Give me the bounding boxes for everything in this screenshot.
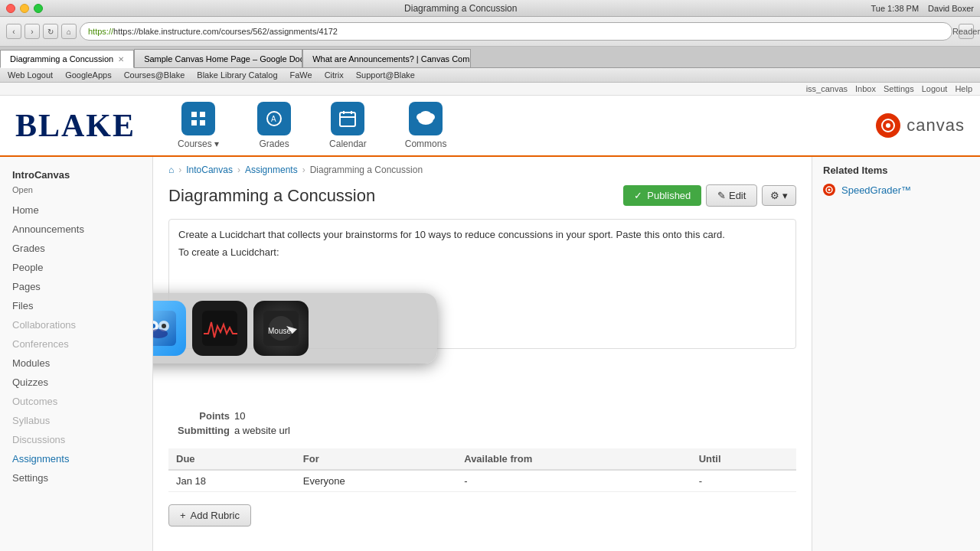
published-button[interactable]: ✓ Published bbox=[623, 185, 701, 206]
address-bar[interactable]: https:// https://blake.instructure.com/c… bbox=[80, 22, 952, 41]
canvas-logo-text: canvas bbox=[906, 116, 965, 135]
tab-diagramming[interactable]: Diagramming a Concussion ✕ bbox=[0, 50, 134, 68]
nav-icons: Courses ▾ A Grades Calendar Commons bbox=[158, 94, 876, 157]
sidebar-item-files[interactable]: Files bbox=[0, 296, 152, 315]
tab-canvas-home[interactable]: Sample Canvas Home Page – Google Docs ✕ bbox=[134, 49, 302, 67]
col-due: Due bbox=[168, 448, 296, 470]
breadcrumb-home-icon[interactable]: ⌂ bbox=[168, 165, 174, 175]
grades-icon: A bbox=[257, 102, 291, 135]
edit-button[interactable]: ✎ Edit bbox=[706, 184, 757, 207]
add-rubric-button[interactable]: + Add Rubric bbox=[168, 504, 251, 527]
traffic-lights[interactable] bbox=[6, 4, 43, 13]
breadcrumb-introcanvas[interactable]: IntoCanvas bbox=[186, 165, 233, 175]
reader-button[interactable]: Reader bbox=[959, 24, 974, 39]
commons-label: Commons bbox=[405, 139, 447, 149]
assignment-header: Diagramming a Concussion ✓ Published ✎ E… bbox=[168, 184, 796, 207]
header-actions: ✓ Published ✎ Edit ⚙ ▾ bbox=[623, 184, 796, 207]
minimize-btn[interactable] bbox=[20, 4, 29, 13]
dock-finder-icon[interactable] bbox=[153, 301, 186, 356]
nav-grades[interactable]: A Grades bbox=[238, 94, 310, 157]
username: David Boxer bbox=[928, 4, 974, 13]
home-button[interactable]: ⌂ bbox=[61, 24, 77, 39]
submitting-value: a website url bbox=[234, 425, 290, 436]
course-status: Open bbox=[0, 185, 152, 201]
bookmark-fawe[interactable]: FaWe bbox=[290, 70, 312, 80]
iss-canvas-link[interactable]: iss_canvas bbox=[806, 84, 848, 93]
assignment-meta: Points 10 Submitting a website url bbox=[168, 410, 796, 436]
commons-icon bbox=[409, 102, 443, 135]
titlebar-right: Tue 1:38 PM David Boxer bbox=[871, 4, 975, 13]
dock-activity-icon[interactable] bbox=[192, 301, 247, 356]
tab-label-1: Diagramming a Concussion bbox=[10, 54, 113, 64]
svg-point-51 bbox=[162, 324, 166, 328]
forward-button[interactable]: › bbox=[24, 24, 40, 39]
calendar-label: Calendar bbox=[329, 139, 367, 149]
sidebar-item-discussions: Discussions bbox=[0, 430, 152, 449]
browser-chrome: ‹ › ↻ ⌂ https:// https://blake.instructu… bbox=[0, 17, 980, 47]
reload-button[interactable]: ↻ bbox=[43, 24, 58, 39]
sidebar-item-modules[interactable]: Modules bbox=[0, 354, 152, 373]
sidebar-item-people[interactable]: People bbox=[0, 258, 152, 277]
bookmark-weblogout[interactable]: Web Logout bbox=[8, 70, 53, 80]
bookmark-support[interactable]: Support@Blake bbox=[356, 70, 415, 80]
canvas-logo-area: canvas bbox=[876, 113, 965, 138]
courses-icon bbox=[181, 102, 215, 135]
speedgrader-icon bbox=[823, 184, 835, 196]
sidebar-item-assignments[interactable]: Assignments bbox=[0, 449, 152, 468]
sidebar-item-settings[interactable]: Settings bbox=[0, 468, 152, 487]
sidebar-item-pages[interactable]: Pages bbox=[0, 277, 152, 296]
dock-mouser-wrapper: Mouser bbox=[253, 301, 309, 356]
assignment-description: Create a Lucidchart that collects your b… bbox=[168, 219, 796, 349]
meta-points-row: Points 10 bbox=[168, 410, 796, 422]
svg-point-58 bbox=[828, 189, 831, 191]
gear-button[interactable]: ⚙ ▾ bbox=[762, 185, 796, 206]
dock-mouser-icon[interactable]: Mouser bbox=[253, 301, 309, 356]
sidebar: IntroCanvas Open Home Announcements Grad… bbox=[0, 157, 153, 551]
help-link[interactable]: Help bbox=[955, 84, 972, 93]
assignment-title: Diagramming a Concussion bbox=[168, 186, 375, 206]
breadcrumb: ⌂ › IntoCanvas › Assignments › Diagrammi… bbox=[168, 165, 796, 175]
bookmark-courses[interactable]: Courses@Blake bbox=[124, 70, 185, 80]
back-button[interactable]: ‹ bbox=[6, 24, 21, 39]
sidebar-item-announcements[interactable]: Announcements bbox=[0, 220, 152, 239]
logout-link[interactable]: Logout bbox=[922, 84, 948, 93]
breadcrumb-assignments[interactable]: Assignments bbox=[245, 165, 298, 175]
breadcrumb-current: Diagramming a Concussion bbox=[310, 165, 423, 175]
window-title: Diagramming a Concussion bbox=[404, 3, 517, 14]
cell-for: Everyone bbox=[296, 470, 456, 492]
inbox-link[interactable]: Inbox bbox=[855, 84, 876, 93]
breadcrumb-sep-1: › bbox=[178, 165, 181, 175]
nav-commons[interactable]: Commons bbox=[386, 94, 466, 157]
svg-rect-0 bbox=[191, 112, 197, 117]
speedgrader-link[interactable]: SpeedGrader™ bbox=[823, 184, 969, 196]
pencil-icon: ✎ bbox=[717, 190, 726, 201]
sidebar-item-grades[interactable]: Grades bbox=[0, 239, 152, 258]
address-text: https://blake.instructure.com/courses/56… bbox=[113, 27, 338, 36]
description-text: Create a Lucidchart that collects your b… bbox=[178, 229, 786, 240]
points-value: 10 bbox=[234, 410, 245, 422]
address-https: https:// bbox=[88, 27, 113, 36]
content-area: ⌂ › IntoCanvas › Assignments › Diagrammi… bbox=[153, 157, 812, 551]
dock-activity-wrapper bbox=[192, 301, 247, 356]
clock: Tue 1:38 PM bbox=[871, 4, 920, 13]
maximize-btn[interactable] bbox=[34, 4, 43, 13]
tab-close-1[interactable]: ✕ bbox=[118, 55, 124, 64]
bookmark-googleapps[interactable]: GoogleApps bbox=[65, 70, 112, 80]
gear-icon: ⚙ ▾ bbox=[770, 190, 788, 201]
tab-announcements[interactable]: What are Announcements? | Canvas Communi… bbox=[302, 49, 471, 67]
close-btn[interactable] bbox=[6, 4, 15, 13]
bookmark-citrix[interactable]: Citrix bbox=[325, 70, 344, 80]
settings-link[interactable]: Settings bbox=[884, 84, 914, 93]
nav-calendar[interactable]: Calendar bbox=[310, 94, 386, 157]
cell-until: - bbox=[691, 470, 796, 492]
add-rubric-icon: + bbox=[180, 510, 186, 521]
svg-point-15 bbox=[886, 123, 890, 128]
bookmark-library[interactable]: Blake Library Catalog bbox=[197, 70, 277, 80]
sidebar-item-home[interactable]: Home bbox=[0, 201, 152, 220]
nav-courses[interactable]: Courses ▾ bbox=[158, 94, 238, 157]
assignment-table: Due For Available from Until Jan 18 Ever… bbox=[168, 448, 796, 492]
sidebar-item-conferences: Conferences bbox=[0, 334, 152, 354]
sidebar-item-quizzes[interactable]: Quizzes bbox=[0, 373, 152, 392]
add-rubric-label: Add Rubric bbox=[191, 510, 240, 521]
sidebar-item-syllabus: Syllabus bbox=[0, 411, 152, 430]
